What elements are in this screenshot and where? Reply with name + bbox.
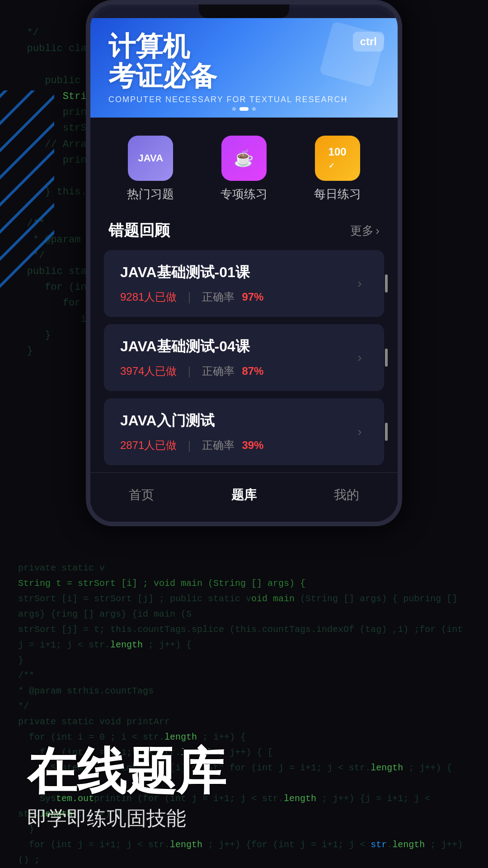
more-link[interactable]: 更多 › [350,223,380,239]
course-stats: 9281人已做 ｜ 正确率 97% [120,290,263,304]
icon-item-hot[interactable]: JAVA 热门习题 [127,136,174,202]
stat-count: 2871人已做 [120,438,177,453]
ctrl-badge: ctrl [353,32,384,52]
banner-title: 计算机 考证必备 [108,32,380,91]
daily-practice-label: 每日练习 [314,186,361,202]
java-icon-text: JAVA [138,152,163,164]
card-arrow-icon: › [352,424,368,440]
nav-home[interactable]: 首页 [111,482,172,508]
decorative-lines [0,90,54,362]
course-name: JAVA入门测试 [120,411,263,431]
special-practice-label: 专项练习 [221,186,267,202]
banner: ctrl 计算机 考证必备 COMPUTER NECESSARY FOR TEX… [90,18,398,118]
dot-1 [232,107,236,111]
course-card-java01[interactable]: JAVA基础测试-01课 9281人已做 ｜ 正确率 97% › [104,250,384,317]
course-stats: 3974人已做 ｜ 正确率 87% [120,364,263,378]
promo-section: 在线题库 即学即练巩固技能 [0,597,488,868]
promo-main-text: 在线题库 [27,746,461,796]
course-card-content: JAVA入门测试 2871人已做 ｜ 正确率 39% [120,411,263,453]
app-content: JAVA 热门习题 ☕ 专项练习 100✓ 每日练习 [90,118,398,522]
stat-sep: ｜ [184,290,195,304]
cup-icon-box: ☕ [221,136,267,181]
dot-3 [252,107,256,111]
stat-label: 正确率 [202,290,235,304]
cup-icon-text: ☕ [234,149,254,168]
stat-label: 正确率 [202,364,235,378]
phone-frame: ctrl 计算机 考证必备 COMPUTER NECESSARY FOR TEX… [86,0,402,526]
banner-dots [232,107,256,111]
stat-count: 9281人已做 [120,290,177,304]
section-title: 错题回顾 [108,220,170,241]
dot-2 [239,107,249,111]
daily-icon-box: 100✓ [315,136,360,181]
nav-mine[interactable]: 我的 [316,482,377,508]
nav-question-bank[interactable]: 题库 [213,482,275,508]
daily-icon-text: 100✓ [328,146,347,171]
course-card-java04[interactable]: JAVA基础测试-04课 3974人已做 ｜ 正确率 87% › [104,324,384,391]
phone-notch [199,5,289,18]
stat-sep: ｜ [184,438,195,453]
banner-subtitle: COMPUTER NECESSARY FOR TEXTUAL RESEARCH [108,95,380,104]
icons-row: JAVA 热门习题 ☕ 专项练习 100✓ 每日练习 [90,118,398,216]
course-card-content: JAVA基础测试-01课 9281人已做 ｜ 正确率 97% [120,263,263,304]
stat-sep: ｜ [184,364,195,378]
card-arrow-icon: › [352,349,368,366]
course-stats: 2871人已做 ｜ 正确率 39% [120,438,263,453]
chevron-right-icon: › [375,224,380,238]
course-name: JAVA基础测试-01课 [120,263,263,283]
stat-rate: 39% [242,439,263,452]
scroll-indicator [385,274,388,292]
wrong-questions-header: 错题回顾 更多 › [90,216,398,250]
java-icon-box: JAVA [128,136,173,181]
promo-sub-text: 即学即练巩固技能 [27,805,461,832]
stat-rate: 87% [242,365,263,377]
course-card-content: JAVA基础测试-04课 3974人已做 ｜ 正确率 87% [120,337,263,378]
icon-item-special[interactable]: ☕ 专项练习 [221,136,267,202]
stat-label: 正确率 [202,438,235,453]
stat-rate: 97% [242,291,263,303]
stat-count: 3974人已做 [120,364,177,378]
scroll-indicator [385,349,388,367]
bottom-navigation: 首页 题库 我的 [90,472,398,522]
scroll-indicator [385,423,388,441]
phone-container: ctrl 计算机 考证必备 COMPUTER NECESSARY FOR TEX… [86,0,402,526]
hot-questions-label: 热门习题 [127,186,174,202]
card-arrow-icon: › [352,275,368,292]
icon-item-daily[interactable]: 100✓ 每日练习 [314,136,361,202]
course-card-java-intro[interactable]: JAVA入门测试 2871人已做 ｜ 正确率 39% › [104,398,384,465]
course-name: JAVA基础测试-04课 [120,337,263,357]
